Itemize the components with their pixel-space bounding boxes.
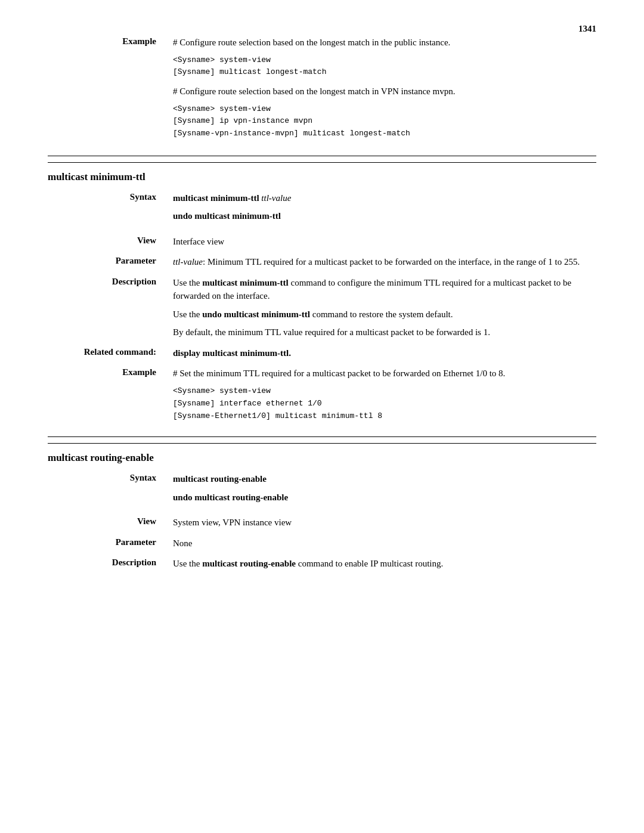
- section2-param-label: Parameter: [48, 537, 173, 547]
- section2-syntax-line2: undo multicast routing-enable: [173, 491, 596, 504]
- section1-param-row: Parameter ttl-value: Minimum TTL require…: [48, 255, 596, 269]
- section1-desc-row: Description Use the multicast minimum-tt…: [48, 276, 596, 339]
- section1-syntax-line1: multicast minimum-ttl ttl-value: [173, 191, 596, 205]
- top-example-line2: # Configure route selection based on the…: [173, 85, 596, 98]
- section2-header: multicast routing-enable: [48, 443, 596, 472]
- section1-example-code: <Sysname> system-view [Sysname] interfac…: [173, 385, 596, 422]
- section1-desc-label: Description: [48, 276, 173, 287]
- section1-related-row: Related command: display multicast minim…: [48, 346, 596, 360]
- section2-desc-para1: Use the multicast routing-enable command…: [173, 557, 596, 571]
- section1-desc-para1: Use the multicast minimum-ttl command to…: [173, 276, 596, 303]
- top-example-code1: <Sysname> system-view [Sysname] multicas…: [173, 54, 596, 79]
- section1-syntax-bold1: multicast minimum-ttl: [173, 193, 261, 203]
- section1-desc-p1-prefix: Use the: [173, 278, 202, 287]
- section2-desc-row: Description Use the multicast routing-en…: [48, 557, 596, 571]
- section1-view-text: Interface view: [173, 235, 596, 249]
- section1-desc-p1-bold: multicast minimum-ttl: [202, 278, 289, 287]
- section1-related-content: display multicast minimum-ttl.: [173, 346, 596, 360]
- section1-example-row: Example # Set the minimum TTL required f…: [48, 367, 596, 428]
- section2-desc-content: Use the multicast routing-enable command…: [173, 557, 596, 571]
- section1-desc-para3: By default, the minimum TTL value requir…: [173, 326, 596, 339]
- section2-desc-p1-prefix: Use the: [173, 559, 202, 568]
- section2-syntax-bold2: undo multicast routing-enable: [173, 493, 288, 502]
- section1-example-text: # Set the minimum TTL required for a mul…: [173, 367, 596, 380]
- section1-divider: [48, 156, 596, 156]
- section2-syntax-label: Syntax: [48, 472, 173, 483]
- section1-related-label: Related command:: [48, 346, 173, 357]
- top-example-label: Example: [48, 36, 173, 47]
- section1-param-suffix: : Minimum TTL required for a multicast p…: [203, 257, 580, 267]
- section1-header: multicast minimum-ttl: [48, 162, 596, 191]
- top-example-section: Example # Configure route selection base…: [48, 36, 596, 146]
- section1-syntax-bold2: undo multicast minimum-ttl: [173, 211, 281, 221]
- section2-syntax-content: multicast routing-enable undo multicast …: [173, 472, 596, 509]
- section1-desc-p2-bold: undo multicast minimum-ttl: [202, 309, 310, 319]
- section2-syntax-line1: multicast routing-enable: [173, 472, 596, 486]
- section1-param-italic: ttl-value: [173, 257, 203, 267]
- section1-view-row: View Interface view: [48, 235, 596, 249]
- section1-example-label: Example: [48, 367, 173, 377]
- top-example-row: Example # Configure route selection base…: [48, 36, 596, 146]
- section1-param-text: ttl-value: Minimum TTL required for a mu…: [173, 255, 596, 269]
- section2-desc-label: Description: [48, 557, 173, 568]
- section2-param-row: Parameter None: [48, 537, 596, 550]
- section1-param-content: ttl-value: Minimum TTL required for a mu…: [173, 255, 596, 269]
- section1-related-cmd: display multicast minimum-ttl.: [173, 348, 291, 358]
- section1-view-content: Interface view: [173, 235, 596, 249]
- section1-desc-p2-suffix: command to restore the system default.: [310, 309, 453, 319]
- section2-desc-p1-suffix: command to enable IP multicast routing.: [296, 559, 443, 568]
- section2-divider: [48, 436, 596, 437]
- section1-syntax-content: multicast minimum-ttl ttl-value undo mul…: [173, 191, 596, 228]
- section2-param-content: None: [173, 537, 596, 550]
- section1-desc-para2: Use the undo multicast minimum-ttl comma…: [173, 308, 596, 321]
- section2-block: multicast routing-enable Syntax multicas…: [48, 443, 596, 571]
- section2-param-text: None: [173, 537, 596, 550]
- top-example-content: # Configure route selection based on the…: [173, 36, 596, 146]
- section2-syntax-bold1: multicast routing-enable: [173, 474, 267, 484]
- section2-view-content: System view, VPN instance view: [173, 516, 596, 529]
- page-container: 1341 Example # Configure route selection…: [0, 0, 644, 614]
- section1-block: multicast minimum-ttl Syntax multicast m…: [48, 162, 596, 428]
- section2-view-row: View System view, VPN instance view: [48, 516, 596, 529]
- section1-desc-p2-prefix: Use the: [173, 309, 202, 319]
- section1-example-content: # Set the minimum TTL required for a mul…: [173, 367, 596, 428]
- section1-param-label: Parameter: [48, 255, 173, 266]
- top-example-line1: # Configure route selection based on the…: [173, 36, 596, 49]
- section2-view-label: View: [48, 516, 173, 527]
- top-example-code2: <Sysname> system-view [Sysname] ip vpn-i…: [173, 103, 596, 140]
- section1-syntax-row: Syntax multicast minimum-ttl ttl-value u…: [48, 191, 596, 228]
- page-number: 1341: [578, 24, 596, 34]
- section1-syntax-italic: ttl-value: [261, 193, 291, 203]
- section1-view-label: View: [48, 235, 173, 246]
- section2-syntax-row: Syntax multicast routing-enable undo mul…: [48, 472, 596, 509]
- section1-syntax-line2: undo multicast minimum-ttl: [173, 209, 596, 223]
- section2-desc-p1-bold: multicast routing-enable: [202, 559, 296, 568]
- section2-view-text: System view, VPN instance view: [173, 516, 596, 529]
- section1-related-text: display multicast minimum-ttl.: [173, 346, 596, 360]
- section1-desc-content: Use the multicast minimum-ttl command to…: [173, 276, 596, 339]
- section1-syntax-label: Syntax: [48, 191, 173, 202]
